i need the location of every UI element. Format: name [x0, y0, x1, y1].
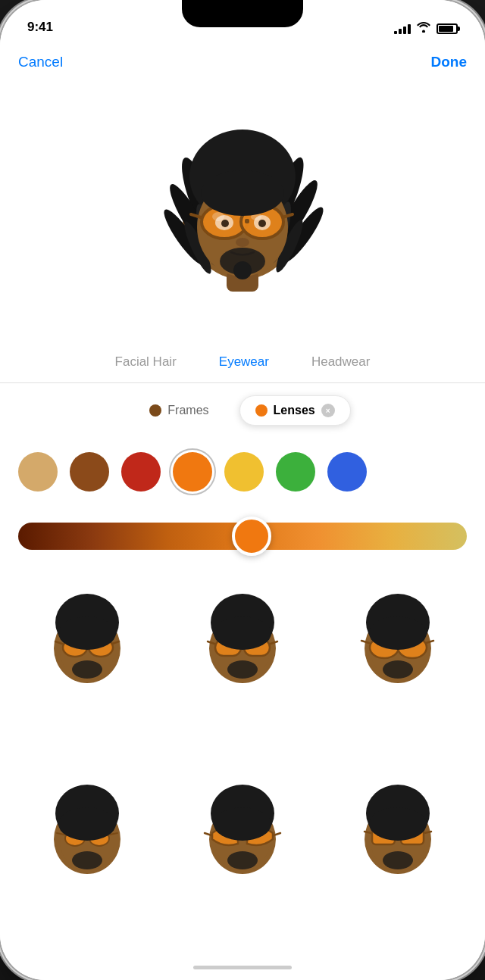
svg-point-80	[58, 807, 116, 841]
notch	[182, 0, 303, 27]
status-time: 9:41	[27, 20, 53, 35]
swatch-brown[interactable]	[70, 452, 109, 492]
screen: 9:41	[0, 0, 485, 980]
svg-point-79	[72, 851, 102, 869]
svg-point-44	[58, 616, 116, 650]
tab-headwear[interactable]: Headwear	[290, 341, 392, 382]
category-tabs: Facial Hair Eyewear Headwear	[0, 341, 485, 383]
swatch-blue[interactable]	[327, 452, 367, 492]
lenses-close-button[interactable]: ×	[321, 404, 335, 417]
main-avatar	[155, 125, 330, 299]
svg-point-87	[227, 851, 258, 869]
signal-icon	[394, 23, 411, 34]
done-button[interactable]: Done	[431, 54, 468, 70]
tab-eyewear[interactable]: Eyewear	[198, 341, 290, 382]
filter-lenses[interactable]: Lenses ×	[239, 395, 351, 426]
color-slider[interactable]	[18, 523, 467, 550]
swatch-green[interactable]	[276, 452, 315, 492]
color-swatches	[0, 438, 485, 506]
filter-row: Frames Lenses ×	[0, 383, 485, 438]
wifi-icon	[417, 22, 430, 35]
cancel-button[interactable]: Cancel	[18, 54, 63, 70]
lenses-dot	[255, 404, 268, 417]
svg-point-27	[221, 220, 229, 227]
memoji-cell-4[interactable]	[12, 763, 161, 900]
swatch-orange[interactable]	[173, 452, 212, 492]
slider-row	[0, 506, 485, 566]
svg-point-28	[258, 220, 266, 227]
memoji-cell-3[interactable]	[324, 573, 473, 709]
svg-point-55	[227, 660, 258, 679]
svg-point-29	[236, 238, 249, 247]
svg-point-32	[201, 170, 284, 216]
swatch-red[interactable]	[121, 452, 161, 492]
svg-point-67	[383, 660, 413, 679]
memoji-grid	[0, 566, 485, 954]
svg-point-100	[369, 807, 427, 841]
svg-point-99	[383, 851, 413, 869]
memoji-cell-5[interactable]	[167, 763, 317, 900]
home-indicator	[0, 954, 485, 980]
svg-point-31	[233, 261, 252, 279]
nav-bar: Cancel Done	[0, 41, 485, 83]
frames-dot	[149, 404, 161, 417]
battery-icon	[436, 23, 458, 34]
memoji-cell-2[interactable]	[167, 573, 317, 709]
phone-frame: 9:41	[0, 0, 485, 980]
avatar-area	[0, 83, 485, 341]
memoji-cell-1[interactable]	[12, 573, 161, 709]
svg-point-43	[72, 660, 102, 679]
svg-point-88	[214, 807, 271, 841]
slider-thumb[interactable]	[232, 517, 271, 556]
swatch-yellow[interactable]	[224, 452, 264, 492]
svg-rect-20	[245, 219, 249, 223]
tab-facial-hair[interactable]: Facial Hair	[94, 341, 198, 382]
svg-point-68	[369, 616, 427, 650]
status-icons	[394, 22, 458, 35]
memoji-cell-6[interactable]	[324, 763, 473, 900]
svg-point-56	[214, 616, 271, 650]
filter-frames[interactable]: Frames	[134, 396, 224, 425]
status-bar: 9:41	[0, 0, 485, 41]
swatch-beige[interactable]	[18, 452, 58, 492]
home-bar	[193, 966, 292, 969]
